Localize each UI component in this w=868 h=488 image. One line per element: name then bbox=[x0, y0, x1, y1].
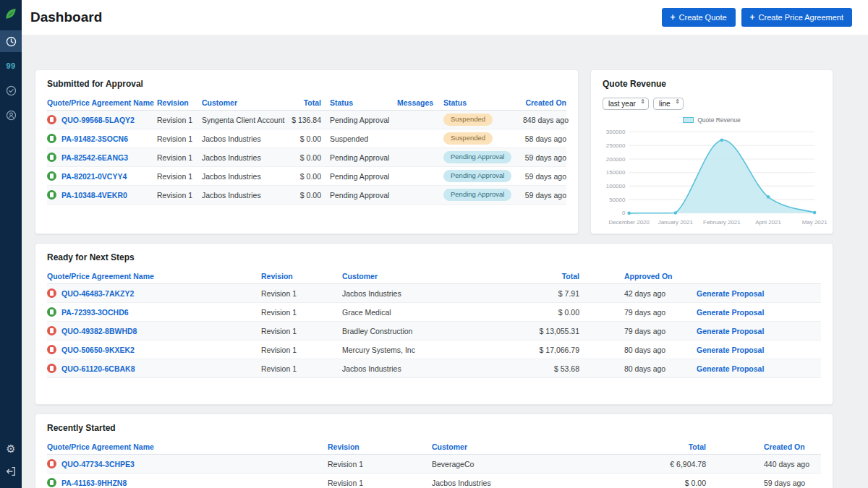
table-row[interactable]: QUO-50650-9KXEK2 Revision 1 Mercury Syst… bbox=[47, 341, 821, 359]
create-quote-label: Create Quote bbox=[679, 13, 727, 22]
record-link[interactable]: PA-41163-9HHZN8 bbox=[61, 479, 127, 487]
table-row[interactable]: PA-82021-0VCYY4 Revision 1 Jacbos Indust… bbox=[47, 167, 566, 186]
check-circle-icon bbox=[5, 85, 17, 97]
record-name-cell: PA-82021-0VCYY4 bbox=[47, 171, 157, 181]
record-link[interactable]: QUO-49382-8BWHD8 bbox=[61, 327, 137, 335]
record-link[interactable]: PA-82021-0VCYY4 bbox=[61, 172, 127, 181]
table-body: QUO-46483-7AKZY2 Revision 1 Jacbos Indus… bbox=[35, 284, 833, 378]
record-name-cell: QUO-46483-7AKZY2 bbox=[47, 288, 261, 298]
svg-text:100000: 100000 bbox=[606, 183, 626, 189]
customer-cell: Jacbos Industries bbox=[342, 364, 516, 373]
record-type-icon bbox=[47, 115, 56, 124]
table-row[interactable]: QUO-47734-3CHPE3 Revision 1 BeverageCo €… bbox=[47, 455, 821, 474]
record-name-cell: QUO-47734-3CHPE3 bbox=[47, 459, 328, 468]
created-on-cell: 58 days ago bbox=[523, 134, 566, 143]
generate-proposal-link[interactable]: Generate Proposal bbox=[697, 346, 764, 354]
sidebar-item-quotes[interactable]: 99 bbox=[0, 55, 22, 77]
customer-cell: Jacbos Industries bbox=[202, 172, 285, 181]
revision-cell: Revision 1 bbox=[157, 172, 202, 181]
table-row[interactable]: PA-91482-3SOCN6 Revision 1 Jacbos Indust… bbox=[47, 129, 566, 148]
sidebar-item-dashboard[interactable] bbox=[0, 30, 22, 52]
app-logo-icon[interactable] bbox=[0, 3, 22, 25]
customer-cell: Jacbos Industries bbox=[342, 289, 516, 298]
status-badge: Pending Approval bbox=[443, 170, 511, 181]
revision-cell: Revision 1 bbox=[157, 116, 202, 124]
column-header-status: Status bbox=[321, 98, 397, 107]
column-header-total: Total bbox=[634, 442, 706, 451]
svg-text:January 2021: January 2021 bbox=[658, 219, 694, 226]
record-type-icon bbox=[47, 171, 56, 181]
table-header: Quote/Price Agreement Name Revision Cust… bbox=[47, 95, 566, 111]
svg-text:50000: 50000 bbox=[609, 197, 626, 203]
svg-text:300000: 300000 bbox=[606, 129, 626, 135]
table-row[interactable]: QUO-99568-5LAQY2 Revision 1 Syngenta Cli… bbox=[47, 111, 566, 129]
record-link[interactable]: PA-10348-4VEKR0 bbox=[61, 191, 127, 200]
column-header-total: Total bbox=[285, 98, 321, 107]
generate-proposal-link[interactable]: Generate Proposal bbox=[697, 308, 764, 317]
table-row[interactable]: PA-72393-3OCHD6 Revision 1 Grace Medical… bbox=[47, 303, 821, 322]
table-row[interactable]: QUO-46483-7AKZY2 Revision 1 Jacbos Indus… bbox=[47, 284, 821, 303]
customer-cell: Jacbos Industries bbox=[202, 191, 285, 200]
chart-controls: last year line bbox=[591, 96, 833, 110]
column-header-name: Quote/Price Agreement Name bbox=[47, 98, 157, 107]
sidebar-item-accounts[interactable] bbox=[0, 104, 22, 126]
status-badge-cell: Suspended bbox=[443, 114, 523, 125]
range-select[interactable]: last year bbox=[603, 98, 649, 110]
column-header-revision: Revision bbox=[328, 442, 432, 451]
sidebar-item-settings[interactable]: ⚙ bbox=[0, 437, 22, 459]
total-cell: $ 13,055.31 bbox=[516, 327, 579, 335]
record-name-cell: PA-10348-4VEKR0 bbox=[47, 190, 157, 200]
revision-cell: Revision 1 bbox=[261, 327, 342, 335]
status-cell: Pending Approval bbox=[321, 153, 397, 162]
legend-swatch bbox=[683, 117, 694, 123]
created-on-cell: 848 days ago bbox=[523, 116, 569, 124]
record-link[interactable]: QUO-47734-3CHPE3 bbox=[61, 460, 135, 468]
revision-cell: Revision 1 bbox=[328, 479, 432, 487]
record-link[interactable]: QUO-99568-5LAQY2 bbox=[61, 116, 135, 124]
table-row[interactable]: PA-41163-9HHZN8 Revision 1 Jacbos Indust… bbox=[47, 474, 821, 488]
gear-icon: ⚙ bbox=[6, 443, 15, 454]
column-header-name: Quote/Price Agreement Name bbox=[47, 272, 261, 281]
create-quote-button[interactable]: + Create Quote bbox=[662, 8, 736, 27]
record-link[interactable]: PA-72393-3OCHD6 bbox=[61, 308, 129, 317]
column-header-created-on: Created On bbox=[523, 98, 566, 107]
record-name-cell: PA-72393-3OCHD6 bbox=[47, 307, 261, 317]
approved-on-cell: 79 days ago bbox=[624, 308, 697, 317]
record-link[interactable]: PA-82542-6EANG3 bbox=[61, 153, 128, 162]
record-link[interactable]: QUO-50650-9KXEK2 bbox=[61, 346, 135, 354]
chart-type-select[interactable]: line bbox=[653, 98, 684, 110]
record-type-icon bbox=[47, 478, 56, 487]
column-header-messages: Messages bbox=[397, 98, 443, 107]
table-body: QUO-47734-3CHPE3 Revision 1 BeverageCo €… bbox=[35, 455, 833, 488]
record-link[interactable]: QUO-61120-6CBAK8 bbox=[61, 364, 135, 373]
sidebar-item-logout[interactable] bbox=[0, 461, 22, 482]
chart-type-select-wrap: line bbox=[653, 96, 684, 110]
generate-proposal-link[interactable]: Generate Proposal bbox=[697, 327, 764, 335]
record-link[interactable]: QUO-46483-7AKZY2 bbox=[61, 289, 134, 298]
generate-proposal-link[interactable]: Generate Proposal bbox=[697, 289, 764, 298]
table-body: QUO-99568-5LAQY2 Revision 1 Syngenta Cli… bbox=[35, 111, 578, 205]
card-title: Recently Started bbox=[35, 414, 833, 440]
record-type-icon bbox=[47, 288, 56, 298]
total-cell: $ 0.00 bbox=[516, 308, 579, 317]
create-price-agreement-button[interactable]: + Create Price Agreement bbox=[741, 8, 852, 27]
customer-cell: Jacbos Industries bbox=[432, 479, 634, 487]
table-row[interactable]: PA-82542-6EANG3 Revision 1 Jacbos Indust… bbox=[47, 148, 566, 167]
table-row[interactable]: PA-10348-4VEKR0 Revision 1 Jacbos Indust… bbox=[47, 186, 566, 205]
record-link[interactable]: PA-91482-3SOCN6 bbox=[61, 134, 128, 143]
column-header-total: Total bbox=[516, 272, 579, 281]
status-badge: Pending Approval bbox=[443, 189, 511, 200]
legend-label: Quote Revenue bbox=[697, 116, 741, 124]
submitted-for-approval-card: Submitted for Approval Quote/Price Agree… bbox=[35, 69, 579, 234]
card-title: Submitted for Approval bbox=[35, 70, 578, 95]
table-row[interactable]: QUO-61120-6CBAK8 Revision 1 Jacbos Indus… bbox=[47, 359, 821, 378]
table-row[interactable]: QUO-49382-8BWHD8 Revision 1 Bradley Cons… bbox=[47, 322, 821, 341]
sidebar-item-approvals[interactable] bbox=[0, 80, 22, 101]
total-cell: € 6,904.78 bbox=[634, 460, 706, 468]
approved-on-cell: 80 days ago bbox=[624, 346, 697, 354]
column-header-customer: Customer bbox=[432, 442, 634, 451]
quotes-icon: 99 bbox=[6, 61, 15, 70]
customer-cell: Bradley Construction bbox=[342, 327, 516, 335]
user-circle-icon bbox=[5, 109, 17, 121]
generate-proposal-link[interactable]: Generate Proposal bbox=[697, 364, 764, 373]
